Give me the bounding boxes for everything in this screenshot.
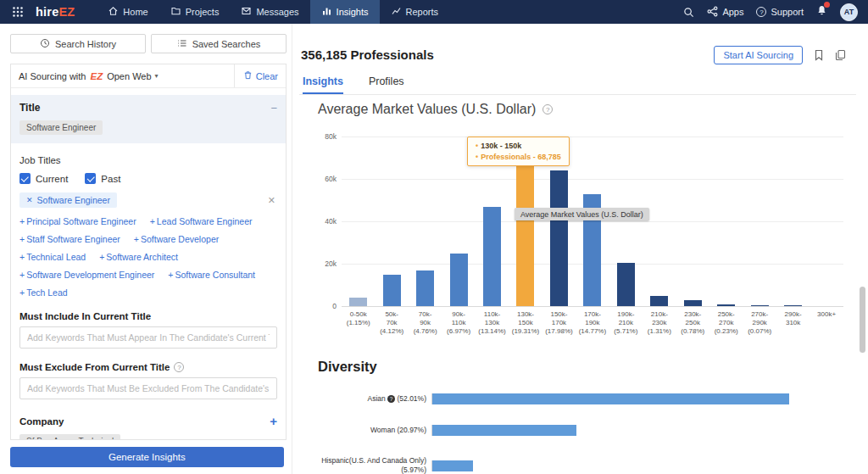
checkbox-checked-icon <box>19 173 31 184</box>
market-value-bar[interactable] <box>784 305 802 306</box>
tab-profiles[interactable]: Profiles <box>369 75 404 94</box>
diversity-chart-rows: Asian ? (52.01%)Woman (20.97%)Hispanic(U… <box>318 393 834 474</box>
bar-slot <box>509 160 542 306</box>
nav-label: Reports <box>406 7 439 17</box>
remove-chip-icon[interactable]: ✕ <box>26 196 33 204</box>
market-value-bar[interactable] <box>383 275 401 306</box>
suggested-title-chip[interactable]: +Software Development Engineer <box>19 270 154 280</box>
current-checkbox[interactable]: Current <box>19 173 68 184</box>
bar-slot <box>676 300 709 306</box>
suggested-title-chip[interactable]: +Software Architect <box>99 252 178 262</box>
chart-help-icon[interactable]: ? <box>542 104 553 114</box>
market-value-bar[interactable] <box>450 254 468 306</box>
suggested-title-chip[interactable]: +Staff Software Engineer <box>19 234 120 244</box>
plus-icon: + <box>150 216 155 226</box>
share-nodes-icon <box>707 6 718 19</box>
market-value-bar[interactable] <box>751 305 769 306</box>
notifications-bell[interactable] <box>816 4 827 20</box>
company-chip[interactable]: Sf Bay Area - Technical <box>19 434 120 440</box>
x-tick-label: 190k-210k(5.71%) <box>609 310 643 336</box>
bar-slot <box>743 305 776 306</box>
tab-insights[interactable]: Insights <box>303 75 343 94</box>
suggested-title-chip[interactable]: +Technical Lead <box>19 252 86 262</box>
market-value-bar[interactable] <box>550 170 568 306</box>
past-checkbox[interactable]: Past <box>85 173 120 184</box>
market-value-bar[interactable] <box>684 300 702 306</box>
market-value-bar[interactable] <box>483 207 501 306</box>
nav-item-insights[interactable]: Insights <box>310 0 380 24</box>
title-chip[interactable]: Software Engineer <box>19 120 103 135</box>
app-grid-icon[interactable] <box>7 0 29 24</box>
clear-filters-button[interactable]: Clear <box>234 64 278 87</box>
past-label: Past <box>101 174 120 184</box>
envelope-icon <box>241 6 252 18</box>
bar-slot <box>476 207 509 306</box>
result-tabs: Insights Profiles <box>303 75 404 94</box>
market-value-bar[interactable] <box>617 263 635 306</box>
must-exclude-input[interactable] <box>19 377 277 399</box>
diversity-bar[interactable] <box>432 460 473 471</box>
suggested-title-chip[interactable]: +Lead Software Engineer <box>150 216 253 226</box>
diversity-bar[interactable] <box>432 425 576 436</box>
market-value-bar[interactable] <box>416 270 434 306</box>
suggested-title-chip[interactable]: +Software Developer <box>134 234 219 244</box>
suggested-title-chip[interactable]: +Software Consultant <box>168 270 255 280</box>
diversity-bar[interactable] <box>432 393 789 404</box>
nav-item-reports[interactable]: Reports <box>380 0 450 24</box>
question-circle-icon: ? <box>756 7 766 17</box>
nav-item-support[interactable]: ? Support <box>756 7 804 17</box>
help-icon[interactable]: ? <box>174 362 184 372</box>
current-label: Current <box>36 174 68 184</box>
copy-icon[interactable] <box>835 49 846 61</box>
x-tick-label: 230k-250k(0.78%) <box>676 310 709 336</box>
saved-searches-button[interactable]: Saved Searches <box>151 34 287 53</box>
info-icon[interactable]: ? <box>387 395 395 403</box>
collapse-icon[interactable]: − <box>270 103 277 114</box>
expand-icon[interactable]: + <box>270 415 277 427</box>
must-include-input[interactable] <box>19 326 277 349</box>
suggested-title-chip[interactable]: +Tech Lead <box>19 287 68 298</box>
suggested-title-chip[interactable]: +Principal Software Engineer <box>19 216 136 226</box>
bar-slot <box>409 270 442 306</box>
line-chart-icon <box>391 6 402 18</box>
search-icon[interactable] <box>683 7 694 18</box>
gridline <box>342 306 843 307</box>
bookmark-icon[interactable] <box>814 49 824 61</box>
plus-icon: + <box>19 216 25 226</box>
plus-icon: + <box>99 252 104 262</box>
clear-row-icon[interactable]: ✕ <box>268 195 277 206</box>
nav-label: Home <box>123 7 147 17</box>
nav-item-home[interactable]: Home <box>97 0 159 24</box>
y-tick-label: 40k <box>325 217 337 226</box>
x-tick-label: 70k-90k(4.76%) <box>409 310 442 336</box>
vertical-scrollbar[interactable] <box>860 287 865 353</box>
main-content: 356,185 Professionals Start AI Sourcing … <box>292 24 868 474</box>
bullet-icon: • <box>476 142 478 150</box>
y-tick-label: 60k <box>325 175 337 183</box>
nav-item-projects[interactable]: Projects <box>159 0 231 24</box>
plus-icon: + <box>19 287 25 298</box>
nav-item-apps[interactable]: Apps <box>707 6 743 19</box>
diversity-bar-area <box>431 425 834 436</box>
market-value-bar[interactable] <box>349 298 367 306</box>
open-web-label: Open Web <box>107 71 151 81</box>
hireez-logo[interactable]: hireEZ <box>36 5 75 19</box>
open-web-dropdown[interactable]: Open Web ▾ <box>107 71 158 81</box>
search-history-button[interactable]: Search History <box>10 34 146 53</box>
generate-insights-button[interactable]: Generate Insights <box>10 447 284 467</box>
market-value-bar[interactable] <box>516 160 534 306</box>
search-history-label: Search History <box>55 39 116 49</box>
nav-item-messages[interactable]: Messages <box>230 0 309 24</box>
market-value-bar[interactable] <box>717 304 735 306</box>
x-tick-label: 110k-130k(13.14%) <box>476 310 509 336</box>
diversity-category-label: Asian ? (52.01%) <box>318 394 431 404</box>
diversity-row: Woman (20.97%) <box>318 425 834 436</box>
selected-title-chip[interactable]: ✕ Software Engineer <box>19 192 117 208</box>
bar-slot <box>342 298 375 306</box>
market-value-bar[interactable] <box>650 296 668 306</box>
x-tick-label: 50k-70k(4.12%) <box>375 310 408 336</box>
start-ai-sourcing-button[interactable]: Start AI Sourcing <box>714 46 803 64</box>
ez-logo: EZ <box>90 71 103 81</box>
y-tick-label: 20k <box>325 259 337 268</box>
user-avatar[interactable]: AT <box>840 3 858 21</box>
